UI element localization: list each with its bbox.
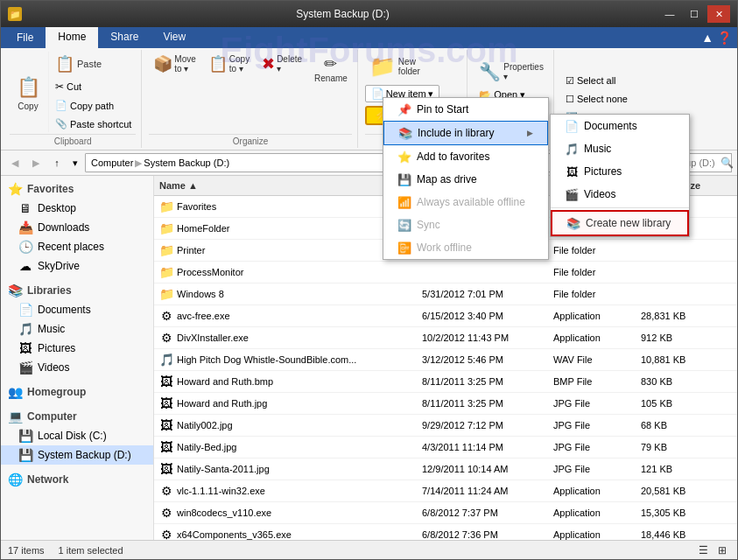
system-backup-icon: 💾 [18, 448, 32, 462]
move-to-button[interactable]: 📦 Moveto ▾ [149, 52, 200, 76]
videos-icon: 🎬 [18, 360, 32, 374]
history-button[interactable]: 🕒 History [474, 123, 548, 140]
col-header-type[interactable]: Type [548, 178, 636, 192]
sidebar-item-music[interactable]: 🎵 Music [1, 319, 153, 339]
paste-shortcut-button[interactable]: 📎 Paste shortcut [51, 116, 136, 132]
network-icon: 🌐 [8, 472, 22, 486]
table-row[interactable]: ⚙ win8codecs_v110.exe 6/8/2012 7:37 PM A… [154, 502, 737, 524]
new-buttons: 📁 Newfolder 📄 New item ▾ ⚡ Easy access ▾ [365, 52, 461, 132]
tab-view[interactable]: View [151, 27, 198, 48]
table-row[interactable]: ⚙ x64Components_v365.exe 6/8/2012 7:36 P… [154, 524, 737, 540]
window-icon: 📁 [8, 7, 22, 21]
desktop-icon: 🖥 [18, 201, 32, 215]
sidebar-item-recent-places[interactable]: 🕒 Recent places [1, 237, 153, 256]
selected-count: 1 item selected [59, 545, 123, 556]
forward-button[interactable]: ▶ [27, 154, 45, 172]
up-button[interactable]: ↑ [48, 154, 66, 172]
sidebar-item-downloads[interactable]: 📥 Downloads [1, 218, 153, 237]
new-item-button[interactable]: 📄 New item ▾ [365, 85, 439, 102]
large-icons-view-btn[interactable]: ⊞ [714, 542, 730, 558]
file-icon: 🎵 [159, 353, 173, 367]
ribbon-content: 📋 Copy 📋 Paste ✂ Cut [1, 48, 737, 150]
table-row[interactable]: 🖼 Natily002.jpg 9/29/2012 7:12 PM JPG Fi… [154, 415, 737, 437]
edit-button[interactable]: ✏ Edit [474, 105, 548, 122]
ribbon-group-organize: 📦 Moveto ▾ 📋 Copyto ▾ ✖ Delete▾ [144, 50, 358, 148]
organize-label: Organize [149, 134, 352, 146]
table-row[interactable]: 📁 HomeFolder File folder [154, 218, 737, 240]
item-count: 17 items [8, 545, 45, 556]
sidebar-item-skydrive[interactable]: ☁ SkyDrive [1, 256, 153, 276]
properties-button[interactable]: 🔧 Properties▾ [474, 59, 548, 85]
recent-places-icon: 🕒 [18, 240, 32, 254]
ribbon-collapse-btn[interactable]: ▲ [701, 31, 713, 45]
details-view-btn[interactable]: ☰ [695, 542, 711, 558]
select-all-button[interactable]: ☑ Select all [561, 73, 650, 89]
sidebar-item-local-disk[interactable]: 💾 Local Disk (C:) [1, 426, 153, 445]
sidebar-section-network: 🌐 Network [1, 470, 153, 489]
help-button[interactable]: ❓ [717, 31, 732, 45]
table-row[interactable]: ⚙ avc-free.exe 6/15/2012 3:40 PM Applica… [154, 305, 737, 327]
invert-selection-button[interactable]: 🔄 Invert selection [561, 109, 650, 126]
table-row[interactable]: 🎵 High Pitch Dog Whistle-SoundBible.com.… [154, 349, 737, 371]
search-input[interactable] [596, 158, 717, 168]
table-row[interactable]: ⚙ vlc-1.1.11-win32.exe 7/14/2011 11:24 A… [154, 480, 737, 502]
local-disk-icon: 💾 [18, 429, 32, 443]
table-row[interactable]: 📁 ProcessMonitor File folder [154, 262, 737, 284]
new-folder-button[interactable]: 📁 Newfolder [365, 52, 425, 81]
open-button[interactable]: 📂 Open ▾ [474, 87, 548, 103]
ribbon-group-open: 🔧 Properties▾ 📂 Open ▾ ✏ Edit 🕒 His [469, 50, 554, 148]
table-row[interactable]: ⚙ DivXInstaller.exe 10/2/2012 11:43 PM A… [154, 327, 737, 349]
sidebar-item-pictures[interactable]: 🖼 Pictures [1, 339, 153, 358]
back-button[interactable]: ◀ [6, 154, 24, 172]
table-row[interactable]: 📁 Windows 8 5/31/2012 7:01 PM File folde… [154, 284, 737, 305]
col-header-name[interactable]: Name ▲ [154, 178, 417, 192]
view-buttons: ☰ ⊞ [695, 542, 730, 558]
sidebar-item-videos[interactable]: 🎬 Videos [1, 358, 153, 377]
sidebar: ⭐ Favorites 🖥 Desktop 📥 Downloads 🕒 Rece… [1, 176, 154, 540]
file-icon: 📁 [159, 287, 173, 301]
minimize-button[interactable]: — [658, 5, 681, 23]
table-row[interactable]: 🖼 Howard and Ruth.bmp 8/11/2011 3:25 PM … [154, 371, 737, 393]
file-icon: ⚙ [159, 484, 173, 498]
close-button[interactable]: ✕ [707, 5, 730, 23]
delete-button[interactable]: ✖ Delete▾ [257, 52, 306, 76]
sidebar-section-homegroup: 👥 Homegroup [1, 382, 153, 402]
table-row[interactable]: 🖼 Natily-Santa-2011.jpg 12/9/2011 10:14 … [154, 458, 737, 480]
sidebar-item-documents[interactable]: 📄 Documents [1, 300, 153, 319]
file-icon: 🖼 [159, 374, 173, 388]
title-bar-buttons: — ☐ ✕ [658, 5, 730, 23]
rename-button[interactable]: ✏ Rename [310, 52, 352, 86]
select-none-button[interactable]: ☐ Select none [561, 91, 650, 108]
file-icon: ⚙ [159, 528, 173, 540]
table-row[interactable]: 📁 Printer File folder [154, 240, 737, 262]
recent-locations-button[interactable]: ▾ [69, 154, 81, 172]
libraries-header-icon: 📚 [8, 284, 22, 298]
maximize-button[interactable]: ☐ [683, 5, 706, 23]
file-icon: 🖼 [159, 396, 173, 410]
window-title: System Backup (D:) [27, 8, 658, 20]
table-row[interactable]: 🖼 Howard and Ruth.jpg 8/11/2011 3:25 PM … [154, 393, 737, 415]
copy-icon: 📋 [14, 74, 42, 102]
file-icon: 🖼 [159, 462, 173, 476]
sidebar-section-computer: 💻 Computer [1, 407, 153, 426]
new-group-label: New [365, 134, 461, 146]
sidebar-item-desktop[interactable]: 🖥 Desktop [1, 199, 153, 218]
breadcrumb[interactable]: Computer ▶ System Backup (D:) [85, 153, 588, 172]
copy-to-button[interactable]: 📋 Copyto ▾ [204, 52, 254, 76]
cut-button[interactable]: ✂ Cut [51, 78, 136, 95]
tab-home[interactable]: Home [46, 27, 98, 48]
copy-path-button[interactable]: 📄 Copy path [51, 97, 136, 114]
tab-share[interactable]: Share [98, 27, 151, 48]
table-row[interactable]: 📁 Favorites File folder [154, 196, 737, 218]
file-list-header: Name ▲ Date modified Type Size [154, 176, 737, 196]
sidebar-item-system-backup[interactable]: 💾 System Backup (D:) [1, 445, 153, 465]
tab-file[interactable]: File [4, 27, 46, 48]
paste-button[interactable]: 📋 Paste [51, 52, 136, 76]
downloads-icon: 📥 [18, 220, 32, 234]
file-icon: 📁 [159, 200, 173, 214]
table-row[interactable]: 🖼 Natily-Bed.jpg 4/3/2011 11:14 PM JPG F… [154, 437, 737, 458]
col-header-size[interactable]: Size [636, 178, 706, 192]
easy-access-button[interactable]: ⚡ Easy access ▾ [365, 106, 461, 125]
copy-button[interactable]: 📋 Copy [10, 71, 46, 114]
col-header-date[interactable]: Date modified [417, 178, 548, 192]
